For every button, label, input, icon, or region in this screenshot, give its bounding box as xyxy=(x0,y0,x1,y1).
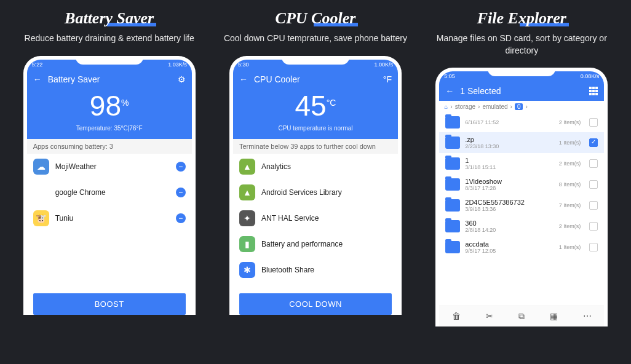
file-name: 360 xyxy=(465,220,554,227)
app-icon: ▲ xyxy=(239,159,255,175)
crumb-sep: › xyxy=(450,103,452,110)
app-name: MojiWeather xyxy=(55,162,170,171)
cpu-cooler-panel: CPU Cooler Cool down CPU temprature, sav… xyxy=(217,9,414,315)
crumb-current[interactable]: 0 xyxy=(515,103,523,110)
checkbox[interactable] xyxy=(589,222,598,231)
gear-icon[interactable]: ⚙ xyxy=(178,74,186,84)
unit-toggle[interactable]: °F xyxy=(383,74,392,84)
app-row[interactable]: ▲Analytics xyxy=(233,154,398,180)
delete-icon[interactable]: 🗑 xyxy=(452,311,461,322)
crumb-sep: › xyxy=(478,103,480,110)
checkbox[interactable] xyxy=(589,201,598,210)
remove-icon[interactable]: − xyxy=(176,162,186,172)
file-row[interactable]: .zp2/23/18 13:301 Item(s) xyxy=(439,132,604,153)
status-right: 1.00K/s xyxy=(374,61,393,68)
app-row[interactable]: ✦ANT HAL Service xyxy=(233,205,398,231)
panel-title: Battery Saver xyxy=(65,9,154,28)
cooldown-button[interactable]: COOL DOWN xyxy=(239,293,392,315)
checkbox[interactable] xyxy=(589,159,598,168)
app-icon: ◉ xyxy=(33,184,49,200)
phone-frame: 5:05 0.08K/s ← 1 Selected ⌂ › storage › … xyxy=(435,68,608,326)
home-icon[interactable]: ⌂ xyxy=(444,103,448,110)
folder-icon xyxy=(445,157,460,170)
file-name: .zp xyxy=(465,136,554,143)
file-row[interactable]: 2D4C5E5573867323/9/18 13:367 Item(s) xyxy=(439,195,604,216)
notch xyxy=(488,68,555,76)
crumb[interactable]: storage xyxy=(455,103,475,110)
battery-percent: 98% xyxy=(33,89,186,122)
file-row[interactable]: 6/16/17 11:522 Item(s) xyxy=(439,113,604,132)
app-icon: ☁ xyxy=(33,159,49,175)
app-row[interactable]: ▲Android Services Library xyxy=(233,180,398,205)
app-row[interactable]: ✱Bluetooth Share xyxy=(233,257,398,283)
checkbox[interactable] xyxy=(589,138,598,147)
file-name: accdata xyxy=(465,240,554,248)
battery-saver-panel: Battery Saver Reduce battery draining & … xyxy=(11,9,208,315)
app-name: Android Services Library xyxy=(261,188,392,197)
boost-button[interactable]: BOOST xyxy=(33,293,186,315)
file-row[interactable]: 1Videoshow8/3/17 17:288 Item(s) xyxy=(439,174,604,195)
folder-icon xyxy=(445,178,460,191)
file-name: 2D4C5E557386732 xyxy=(465,199,554,206)
file-count: 2 Item(s) xyxy=(559,223,581,229)
app-name: google Chrome xyxy=(55,188,170,197)
app-row[interactable]: ◉google Chrome− xyxy=(27,180,192,205)
cut-icon[interactable]: ✂ xyxy=(486,311,493,322)
section-label: Terminate below 39 apps to further cool … xyxy=(233,139,398,154)
file-date: 3/9/18 13:36 xyxy=(465,206,554,212)
screen-title: Battery Saver xyxy=(48,74,172,84)
temperature-label: Temperature: 35°C|76°F xyxy=(33,125,186,132)
file-name: 1Videoshow xyxy=(465,178,554,185)
file-meta: 6/16/17 11:52 xyxy=(465,119,554,125)
file-count: 2 Item(s) xyxy=(559,160,581,167)
notch xyxy=(76,56,143,65)
hero: ← 1 Selected xyxy=(439,81,604,101)
back-icon[interactable]: ← xyxy=(445,86,454,96)
file-row[interactable]: 13/1/18 15:112 Item(s) xyxy=(439,153,604,174)
remove-icon[interactable]: − xyxy=(176,213,186,223)
folder-icon xyxy=(445,241,460,253)
file-meta: 13/1/18 15:11 xyxy=(465,157,554,170)
folder-icon xyxy=(445,116,460,129)
status-right: 0.08K/s xyxy=(581,73,600,79)
panel-subtitle: Manage files on SD card, sort by categor… xyxy=(423,33,620,57)
panel-subtitle: Cool down CPU temprature, save phone bat… xyxy=(217,33,414,45)
file-row[interactable]: 3602/8/18 14:202 Item(s) xyxy=(439,216,604,237)
file-explorer-panel: File Explorer Manage files on SD card, s… xyxy=(423,9,620,326)
file-meta: 2D4C5E5573867323/9/18 13:36 xyxy=(465,199,554,212)
back-icon[interactable]: ← xyxy=(239,74,248,84)
cpu-temp: 45°C xyxy=(239,89,392,122)
app-name: Tuniu xyxy=(55,214,170,223)
app-row[interactable]: 🐮Tuniu− xyxy=(27,205,192,231)
phone-frame: 5:30 1.00K/s ← CPU Cooler °F 45°C CPU te… xyxy=(229,56,402,315)
file-row[interactable]: accdata9/5/17 12:051 Item(s) xyxy=(439,237,604,258)
app-name: Analytics xyxy=(261,162,392,171)
screen: 5:05 0.08K/s ← 1 Selected ⌂ › storage › … xyxy=(439,71,604,326)
app-row[interactable]: ▮Battery and performance xyxy=(233,231,398,257)
paste-icon[interactable]: ▦ xyxy=(550,311,558,322)
hero: ← CPU Cooler °F 45°C CPU temperature is … xyxy=(233,69,398,139)
breadcrumb[interactable]: ⌂ › storage › emulated › 0 › xyxy=(439,101,604,113)
checkbox[interactable] xyxy=(589,243,598,251)
notch xyxy=(282,56,349,65)
file-meta: accdata9/5/17 12:05 xyxy=(465,240,554,254)
app-name: Bluetooth Share xyxy=(261,266,392,274)
grid-view-icon[interactable] xyxy=(589,87,598,95)
back-icon[interactable]: ← xyxy=(33,74,42,84)
phone-frame: 5:22 1.03K/s ← Battery Saver ⚙ 98% Tempe… xyxy=(23,56,196,315)
file-count: 7 Item(s) xyxy=(559,202,581,208)
file-meta: .zp2/23/18 13:30 xyxy=(465,136,554,149)
file-date: 3/1/18 15:11 xyxy=(465,164,554,170)
screen: 5:30 1.00K/s ← CPU Cooler °F 45°C CPU te… xyxy=(233,60,398,315)
app-row[interactable]: ☁MojiWeather− xyxy=(27,154,192,180)
panel-title: File Explorer xyxy=(477,9,566,28)
file-date: 2/8/18 14:20 xyxy=(465,227,554,233)
remove-icon[interactable]: − xyxy=(176,188,186,197)
checkbox[interactable] xyxy=(589,180,598,189)
folder-icon xyxy=(445,199,460,212)
copy-icon[interactable]: ⧉ xyxy=(518,311,525,322)
bottom-toolbar: 🗑 ✂ ⧉ ▦ ⋯ xyxy=(439,306,604,326)
crumb[interactable]: emulated xyxy=(482,103,507,110)
checkbox[interactable] xyxy=(589,118,598,127)
more-icon[interactable]: ⋯ xyxy=(583,311,592,322)
